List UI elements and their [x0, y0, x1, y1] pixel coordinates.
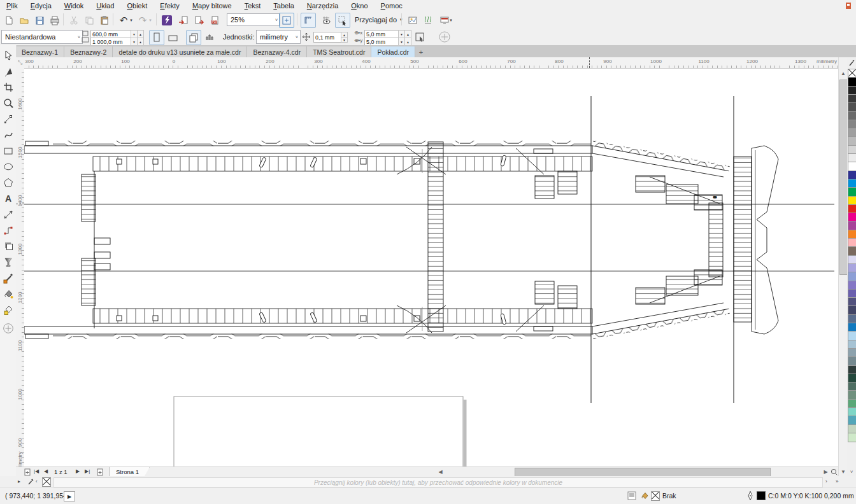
tray-no-color-swatch[interactable]: [42, 477, 51, 487]
document-palette-tray[interactable]: Przeciągnij kolory (lub obiekty) tutaj, …: [54, 477, 823, 487]
menu-efekty[interactable]: Efekty: [153, 1, 186, 10]
menu-tekst[interactable]: Tekst: [238, 1, 268, 10]
menu-widok[interactable]: Widok: [58, 1, 90, 10]
units-combobox[interactable]: milimetry˅: [256, 30, 301, 44]
polygon-tool[interactable]: [1, 176, 15, 189]
document-tab[interactable]: Beznazwy-4.cdr: [247, 46, 307, 57]
connector-tool[interactable]: [1, 223, 15, 237]
page-size-preset-combobox[interactable]: Niestandardowa˅: [1, 30, 83, 44]
menu-mapy-bitowe[interactable]: Mapy bitowe: [186, 1, 238, 10]
document-tab[interactable]: TMS Seatrout.cdr: [307, 46, 371, 57]
import-button[interactable]: [176, 13, 191, 28]
menu-obiekt[interactable]: Obiekt: [120, 1, 153, 10]
tray-scroll-right-icon[interactable]: ›: [825, 479, 827, 484]
current-page-button[interactable]: [203, 30, 218, 45]
search-content-button[interactable]: [159, 13, 175, 28]
vertical-scrollbar[interactable]: ▲ ▼: [838, 57, 848, 476]
options-button[interactable]: [405, 13, 420, 28]
menu-uklad[interactable]: Układ: [90, 1, 120, 10]
shape-tool[interactable]: [1, 64, 15, 78]
add-page-end-icon[interactable]: [96, 468, 104, 476]
prev-page-icon[interactable]: ◀: [44, 468, 48, 474]
menu-edycja[interactable]: Edycja: [24, 1, 58, 10]
horizontal-scroll-thumb[interactable]: [515, 468, 771, 477]
print-button[interactable]: [47, 13, 62, 28]
menu-tabela[interactable]: Tabela: [267, 1, 300, 10]
text-tool[interactable]: A: [1, 192, 15, 205]
portrait-button[interactable]: [149, 30, 164, 45]
cut-button[interactable]: [66, 13, 82, 28]
interactive-fill-tool[interactable]: [1, 287, 15, 300]
redo-dropdown-icon[interactable]: ▾: [146, 13, 154, 28]
scrollbar-zoom-icon[interactable]: [830, 468, 838, 476]
dimension-tool[interactable]: [1, 207, 15, 221]
copy-button[interactable]: [82, 13, 97, 28]
scroll-right-icon[interactable]: ▶: [822, 468, 830, 476]
deck-drawing[interactable]: 8: [24, 69, 838, 467]
fullscreen-preview-button[interactable]: [279, 13, 294, 28]
menu-narzedzia[interactable]: Narzędzia: [301, 1, 345, 10]
coordinates-flyout-icon[interactable]: ▶: [64, 491, 75, 501]
document-tab[interactable]: Beznazwy-1: [16, 46, 64, 57]
rectangle-tool[interactable]: [1, 144, 15, 157]
treat-as-filled-button[interactable]: [413, 30, 428, 45]
ellipse-tool[interactable]: [1, 160, 15, 173]
smart-fill-tool[interactable]: [1, 303, 15, 316]
account-icon[interactable]: [845, 2, 852, 10]
add-page-start-icon[interactable]: [24, 468, 31, 476]
paste-button[interactable]: [97, 13, 112, 28]
transparency-tool[interactable]: [1, 255, 15, 269]
nudge-field[interactable]: 0,1 mm: [313, 32, 344, 43]
scroll-left-icon[interactable]: ◀: [436, 468, 445, 476]
zoom-level-combobox[interactable]: 25%˅: [227, 13, 280, 26]
tray-expand-icon[interactable]: »: [836, 479, 838, 484]
document-tab[interactable]: Beznazwy-2: [64, 46, 113, 57]
menu-okno[interactable]: Okno: [345, 1, 374, 10]
menu-plik[interactable]: Plik: [0, 1, 24, 10]
palette-eyedropper-icon[interactable]: [848, 59, 855, 67]
export-button[interactable]: [192, 13, 207, 28]
first-page-icon[interactable]: |◀: [34, 468, 39, 474]
palette-swatch[interactable]: [848, 433, 856, 442]
horizontal-scrollbar[interactable]: ◀ ▶: [436, 466, 838, 477]
snap-to-dropdown[interactable]: Przyciągaj do▾: [352, 13, 406, 26]
tray-scroll-left-icon[interactable]: ‹: [36, 479, 38, 484]
landscape-button[interactable]: [166, 30, 181, 45]
scroll-down-icon[interactable]: ▼: [839, 467, 847, 476]
object-info-icon[interactable]: [627, 491, 637, 501]
last-page-icon[interactable]: ▶|: [85, 468, 90, 474]
tray-flyout-icon[interactable]: ▸: [18, 479, 20, 484]
graph-paper-button[interactable]: [420, 13, 436, 28]
document-tab-active[interactable]: Pokład.cdr: [371, 46, 415, 57]
all-pages-button[interactable]: [186, 30, 201, 45]
scroll-up-icon[interactable]: ▲: [839, 69, 847, 78]
new-document-button[interactable]: [1, 13, 17, 28]
customize-toolbox-icon[interactable]: [1, 321, 15, 335]
crop-tool[interactable]: [1, 80, 15, 94]
show-rulers-button[interactable]: [301, 13, 316, 28]
freehand-tool[interactable]: [1, 112, 15, 125]
drawing-canvas[interactable]: 8: [24, 68, 838, 467]
zoom-tool[interactable]: [1, 96, 15, 109]
next-page-icon[interactable]: ▶: [76, 468, 80, 474]
document-tab[interactable]: detale do druku v13 usuniete za małe.cdr: [113, 46, 247, 57]
undo-dropdown-icon[interactable]: ▾: [127, 13, 135, 28]
pick-tool[interactable]: [1, 48, 15, 62]
open-button[interactable]: [17, 13, 32, 28]
menu-pomoc[interactable]: Pomoc: [374, 1, 409, 10]
tray-eyedropper-icon[interactable]: [27, 478, 34, 486]
nudge-spinner[interactable]: ▲▼: [341, 32, 348, 43]
vertical-ruler[interactable]: 1600 1500 1400 1300 1200 1100 1000 900 m…: [16, 68, 25, 476]
horizontal-ruler[interactable]: 300 200 100 0 100 200 300 400 500 600 70…: [24, 57, 838, 69]
save-button[interactable]: [32, 13, 47, 28]
drop-shadow-tool[interactable]: [1, 239, 15, 253]
launcher-dropdown-icon[interactable]: ▾: [447, 13, 455, 28]
color-eyedropper-tool[interactable]: [1, 271, 15, 284]
publish-pdf-button[interactable]: PDF: [208, 13, 223, 28]
palette-scroll-down-icon[interactable]: ˅: [848, 468, 855, 475]
show-grid-button[interactable]: [318, 13, 334, 28]
add-property-icon[interactable]: [438, 31, 451, 43]
artistic-media-tool[interactable]: [1, 128, 15, 141]
new-tab-button[interactable]: +: [415, 46, 427, 57]
snap-toggle-button[interactable]: [335, 13, 350, 28]
